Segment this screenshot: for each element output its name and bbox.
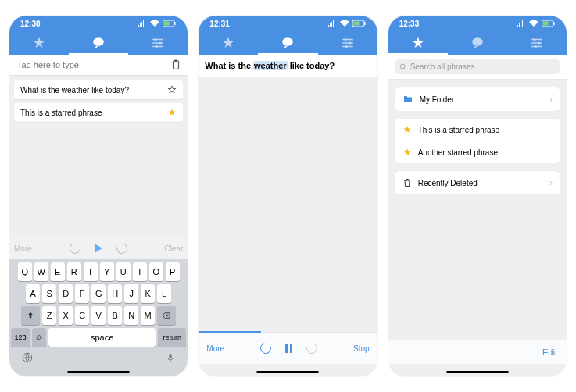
tab-indicator — [69, 53, 128, 55]
key-q[interactable]: Q — [18, 262, 32, 281]
svg-rect-10 — [170, 354, 172, 358]
key-j[interactable]: J — [124, 284, 138, 303]
battery-icon — [542, 20, 556, 27]
key-y[interactable]: Y — [100, 262, 114, 281]
home-indicator[interactable] — [256, 371, 319, 373]
key-n[interactable]: N — [124, 306, 138, 325]
svg-point-22 — [533, 38, 535, 41]
phrase-item[interactable]: This is a starred phrase — [14, 103, 183, 122]
tab-text[interactable] — [448, 31, 507, 55]
edit-button[interactable]: Edit — [542, 347, 557, 357]
key-f[interactable]: F — [75, 284, 89, 303]
svg-point-15 — [344, 38, 346, 41]
svg-rect-8 — [175, 60, 178, 62]
forward-icon[interactable] — [305, 340, 320, 355]
clipboard-icon[interactable] — [170, 59, 181, 70]
starred-phrase-item[interactable]: Another starred phrase — [395, 141, 560, 163]
forward-icon[interactable] — [114, 241, 129, 255]
clock: 12:31 — [209, 20, 230, 28]
screen-favorites: 12:33 Search all phrases My Folder › — [388, 16, 567, 376]
key-u[interactable]: U — [116, 262, 131, 281]
play-icon[interactable] — [95, 244, 102, 253]
svg-rect-13 — [364, 22, 366, 25]
backspace-key[interactable] — [157, 306, 176, 325]
status-icons — [327, 20, 367, 27]
phrase-item[interactable]: What is the weather like today? — [14, 80, 183, 99]
key-g[interactable]: G — [91, 284, 106, 303]
tab-favorites[interactable] — [199, 31, 258, 55]
starred-phrase-item[interactable]: This is a starred phrase — [395, 119, 560, 141]
tab-text[interactable] — [258, 31, 317, 55]
tab-text[interactable] — [69, 31, 128, 55]
star-filled-icon[interactable] — [167, 108, 177, 117]
space-key[interactable]: space — [48, 328, 156, 347]
tab-settings[interactable] — [318, 31, 377, 55]
action-toolbar: More Clear — [9, 237, 188, 259]
text-input[interactable] — [16, 59, 170, 70]
rewind-icon[interactable] — [259, 340, 274, 355]
key-p[interactable]: P — [166, 262, 180, 281]
playback-controls: More Stop — [199, 332, 377, 364]
key-x[interactable]: X — [59, 306, 73, 325]
home-indicator[interactable] — [446, 371, 509, 373]
search-icon — [399, 63, 407, 71]
text-input-row[interactable] — [9, 55, 188, 76]
key-i[interactable]: I — [133, 262, 147, 281]
search-input[interactable]: Search all phrases — [395, 59, 560, 74]
tab-favorites[interactable] — [388, 31, 448, 55]
clear-button[interactable]: Clear — [164, 244, 183, 253]
progress-bar[interactable] — [199, 331, 261, 333]
shift-key[interactable] — [21, 306, 40, 325]
key-l[interactable]: L — [157, 284, 171, 303]
stop-button[interactable]: Stop — [353, 344, 370, 353]
search-row: Search all phrases — [388, 55, 567, 80]
battery-icon — [163, 20, 177, 27]
deleted-card[interactable]: Recently Deleted › — [395, 171, 560, 194]
key-v[interactable]: V — [91, 306, 106, 325]
folder-card[interactable]: My Folder › — [395, 87, 560, 111]
key-e[interactable]: E — [51, 262, 65, 281]
key-d[interactable]: D — [59, 284, 73, 303]
key-c[interactable]: C — [75, 306, 89, 325]
key-r[interactable]: R — [67, 262, 81, 281]
svg-rect-20 — [553, 22, 555, 25]
emoji-key[interactable]: ☺ — [32, 328, 46, 347]
status-bar: 12:33 — [388, 16, 567, 31]
home-indicator[interactable] — [67, 371, 130, 373]
key-w[interactable]: W — [34, 262, 48, 281]
tab-indicator — [388, 53, 448, 55]
tab-bar — [9, 31, 188, 55]
clock: 12:30 — [20, 20, 41, 28]
key-s[interactable]: S — [42, 284, 56, 303]
pause-icon[interactable] — [285, 344, 292, 353]
key-t[interactable]: T — [84, 262, 98, 281]
svg-point-17 — [345, 45, 348, 48]
tab-favorites[interactable] — [9, 31, 69, 55]
mic-icon[interactable] — [166, 352, 175, 363]
key-b[interactable]: B — [108, 306, 122, 325]
tab-settings[interactable] — [507, 31, 567, 55]
wifi-icon — [529, 20, 538, 27]
more-button[interactable]: More — [206, 344, 224, 353]
numbers-key[interactable]: 123 — [11, 328, 30, 347]
return-key[interactable]: return — [158, 328, 186, 347]
svg-point-14 — [283, 37, 294, 46]
more-button[interactable]: More — [14, 244, 32, 253]
rewind-icon[interactable] — [67, 241, 82, 255]
favorites-list: My Folder › This is a starred phrase Ano… — [388, 80, 567, 202]
svg-rect-1 — [164, 21, 170, 25]
status-bar: 12:31 — [199, 16, 377, 31]
key-a[interactable]: A — [26, 284, 40, 303]
svg-point-25 — [400, 64, 405, 69]
svg-point-5 — [159, 42, 162, 45]
globe-icon[interactable] — [22, 352, 33, 363]
key-m[interactable]: M — [141, 306, 155, 325]
tab-settings[interactable] — [128, 31, 188, 55]
speaking-text: What is the weather like today? — [199, 55, 377, 77]
key-h[interactable]: H — [108, 284, 122, 303]
key-o[interactable]: O — [149, 262, 163, 281]
star-outline-icon[interactable] — [167, 85, 177, 94]
key-z[interactable]: Z — [42, 306, 56, 325]
key-k[interactable]: K — [141, 284, 155, 303]
wifi-icon — [150, 20, 159, 27]
